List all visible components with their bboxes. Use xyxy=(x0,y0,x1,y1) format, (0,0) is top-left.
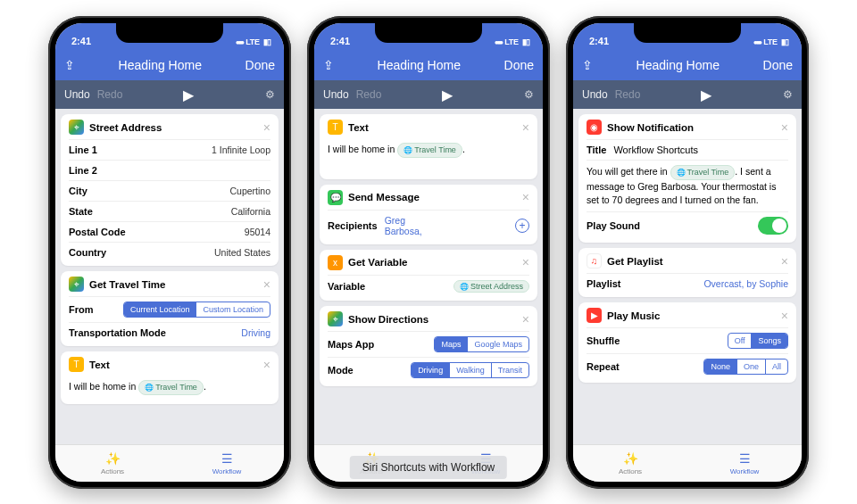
redo-button: Redo xyxy=(356,88,382,101)
shuffle-row: Shuffle Off Songs xyxy=(587,327,788,353)
recipients-row[interactable]: Recipients Greg Barbosa, + xyxy=(328,210,529,241)
notch xyxy=(634,23,741,43)
status-indicators xyxy=(495,37,530,46)
add-recipient-button[interactable]: + xyxy=(515,219,529,233)
share-icon[interactable]: ⇪ xyxy=(64,58,75,72)
nav-title: Heading Home xyxy=(75,58,245,72)
gear-icon[interactable]: ⚙ xyxy=(783,88,793,101)
close-icon[interactable]: × xyxy=(522,312,529,326)
tab-workflow[interactable]: ☰Workflow xyxy=(170,445,284,482)
nav-title: Heading Home xyxy=(593,58,763,72)
screen: 2:41 ⇪ Heading Home Done Undo Redo ▶ ⚙ T… xyxy=(314,23,543,482)
redo-button: Redo xyxy=(97,88,123,101)
notif-body[interactable]: You will get there in Travel Time. I sen… xyxy=(587,160,788,211)
text-card: T Text × I will be home in Travel Time. xyxy=(320,114,537,179)
mode-row[interactable]: Transportation Mode Driving xyxy=(69,322,270,343)
tab-bar: ✨Actions ☰Workflow xyxy=(573,444,802,482)
close-icon[interactable]: × xyxy=(522,190,529,204)
repeat-segment[interactable]: None One All xyxy=(703,359,788,375)
close-icon[interactable]: × xyxy=(781,254,788,269)
image-caption: Siri Shortcuts with Workflow xyxy=(350,456,507,479)
close-icon[interactable]: × xyxy=(781,309,788,323)
card-title: Text xyxy=(348,122,517,133)
address-row-state[interactable]: StateCalifornia xyxy=(69,201,270,221)
travel-time-chip[interactable]: Travel Time xyxy=(138,380,204,395)
share-icon[interactable]: ⇪ xyxy=(323,58,334,72)
status-indicators xyxy=(236,37,271,46)
close-icon[interactable]: × xyxy=(522,120,529,135)
address-row-country[interactable]: CountryUnited States xyxy=(69,242,270,262)
play-music-card: ▶ Play Music × Shuffle Off Songs Repeat … xyxy=(578,302,796,383)
mode-row: Mode Driving Walking Transit xyxy=(328,357,529,383)
location-segment[interactable]: Current Location Custom Location xyxy=(123,302,270,318)
address-row-city[interactable]: CityCupertino xyxy=(69,180,270,201)
street-address-chip[interactable]: Street Address xyxy=(453,280,529,293)
get-variable-card: x Get Variable × Variable Street Address xyxy=(320,250,537,302)
tab-workflow[interactable]: ☰Workflow xyxy=(687,445,802,482)
toolbar: Undo Redo ▶ ⚙ xyxy=(573,80,802,109)
status-time: 2:41 xyxy=(71,36,91,46)
close-icon[interactable]: × xyxy=(781,120,788,135)
undo-button[interactable]: Undo xyxy=(323,88,349,101)
text-icon: T xyxy=(69,357,84,372)
text-body[interactable]: I will be home in Travel Time. xyxy=(69,376,270,401)
text-body[interactable]: I will be home in Travel Time. xyxy=(328,139,529,176)
mode-segment[interactable]: Driving Walking Transit xyxy=(411,362,529,378)
done-button[interactable]: Done xyxy=(245,58,275,72)
maps-icon: ⌖ xyxy=(69,120,84,135)
maps-icon: ⌖ xyxy=(328,311,343,326)
lte-icon xyxy=(245,37,259,46)
address-row-line1[interactable]: Line 11 Infinite Loop xyxy=(69,139,270,160)
notch xyxy=(375,23,482,43)
shuffle-segment[interactable]: Off Songs xyxy=(728,333,788,349)
play-icon[interactable]: ▶ xyxy=(183,87,194,103)
play-sound-toggle[interactable] xyxy=(758,217,788,235)
close-icon[interactable]: × xyxy=(522,255,529,269)
done-button[interactable]: Done xyxy=(504,58,534,72)
travel-time-chip[interactable]: Travel Time xyxy=(670,165,736,180)
list-icon: ☰ xyxy=(221,451,233,466)
from-row: From Current Location Custom Location xyxy=(69,296,270,322)
signal-icon xyxy=(236,37,242,46)
address-row-postal[interactable]: Postal Code95014 xyxy=(69,221,270,242)
wand-icon: ✨ xyxy=(623,451,638,466)
address-row-line2[interactable]: Line 2 xyxy=(69,160,270,180)
tab-actions[interactable]: ✨Actions xyxy=(55,445,170,482)
undo-button[interactable]: Undo xyxy=(64,88,90,101)
repeat-row: Repeat None One All xyxy=(587,353,788,379)
maps-icon: ⌖ xyxy=(69,277,84,292)
text-card: T Text × I will be home in Travel Time. xyxy=(61,351,279,404)
playlist-row[interactable]: Playlist Overcast, by Sophie xyxy=(587,273,788,293)
signal-icon xyxy=(495,37,501,46)
nav-title: Heading Home xyxy=(334,58,504,72)
phone-mockup-1: 2:41 ⇪ Heading Home Done Undo Redo ▶ ⚙ ⌖… xyxy=(48,16,291,489)
variable-row[interactable]: Variable Street Address xyxy=(328,275,529,298)
battery-icon xyxy=(522,37,530,46)
close-icon[interactable]: × xyxy=(263,120,270,135)
card-title: Text xyxy=(89,359,258,370)
content-area: ⌖ Street Address × Line 11 Infinite Loop… xyxy=(55,109,284,444)
notif-title-row[interactable]: Title Workflow Shortcuts xyxy=(587,139,788,160)
show-directions-card: ⌖ Show Directions × Maps App Maps Google… xyxy=(320,306,537,386)
done-button[interactable]: Done xyxy=(763,58,793,72)
playlist-card: ♫ Get Playlist × Playlist Overcast, by S… xyxy=(578,248,796,297)
lte-icon xyxy=(504,37,518,46)
share-icon[interactable]: ⇪ xyxy=(582,58,593,72)
play-icon[interactable]: ▶ xyxy=(442,87,453,103)
tab-actions[interactable]: ✨Actions xyxy=(573,445,687,482)
close-icon[interactable]: × xyxy=(263,358,270,372)
close-icon[interactable]: × xyxy=(263,277,270,292)
variable-icon: x xyxy=(328,255,343,270)
gear-icon[interactable]: ⚙ xyxy=(265,88,275,101)
tab-bar: ✨Actions ☰Workflow xyxy=(55,444,284,482)
phone-mockup-2: 2:41 ⇪ Heading Home Done Undo Redo ▶ ⚙ T… xyxy=(307,16,550,489)
travel-time-chip[interactable]: Travel Time xyxy=(397,143,462,158)
card-title: Show Notification xyxy=(607,122,776,133)
gear-icon[interactable]: ⚙ xyxy=(524,88,534,101)
maps-segment[interactable]: Maps Google Maps xyxy=(434,336,529,352)
maps-app-row: Maps App Maps Google Maps xyxy=(328,331,529,357)
undo-button[interactable]: Undo xyxy=(582,88,608,101)
lte-icon xyxy=(763,37,777,46)
send-message-card: 💬 Send Message × Recipients Greg Barbosa… xyxy=(320,185,537,244)
play-icon[interactable]: ▶ xyxy=(701,87,711,103)
